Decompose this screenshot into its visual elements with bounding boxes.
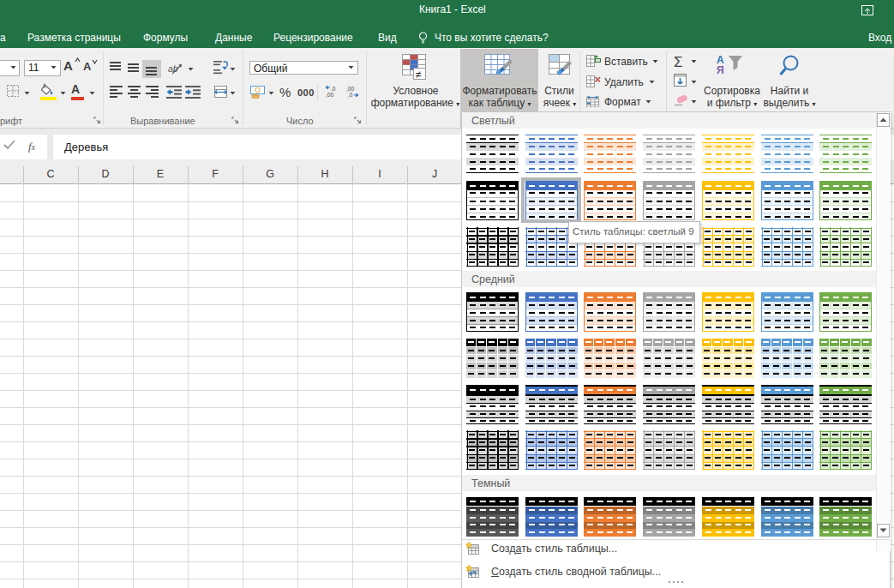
svg-text:.0: .0 [331, 86, 336, 92]
svg-text:≠: ≠ [416, 69, 422, 81]
svg-text:,0: ,0 [348, 92, 353, 98]
svg-text:Я: Я [717, 64, 724, 75]
svg-text:,00: ,00 [346, 86, 354, 92]
svg-text:,00: ,00 [326, 92, 333, 98]
